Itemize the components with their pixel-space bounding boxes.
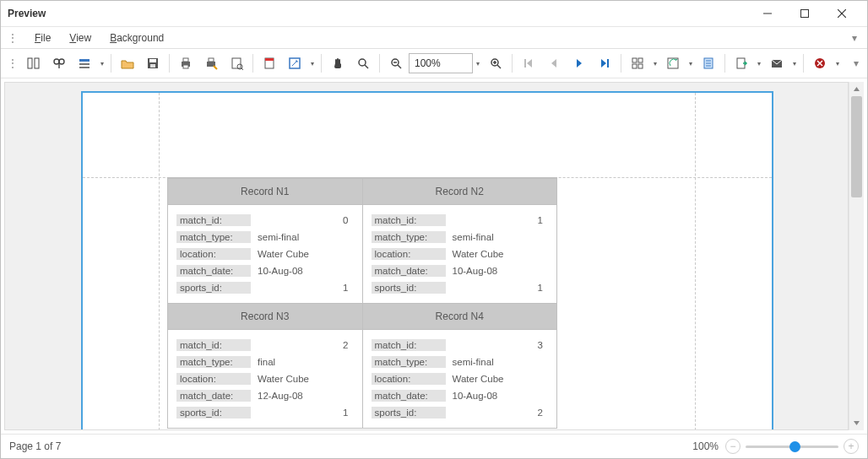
field-value: 2 xyxy=(446,408,549,418)
minimize-button[interactable] xyxy=(749,1,786,26)
svg-rect-4 xyxy=(28,58,32,68)
field-label: match_type: xyxy=(176,231,251,243)
zoom-out-small-button[interactable]: − xyxy=(725,439,741,454)
svg-rect-40 xyxy=(638,64,643,68)
field-label: sports_id: xyxy=(372,407,446,418)
send-dropdown[interactable]: ▾ xyxy=(789,60,800,68)
find-button[interactable] xyxy=(46,52,72,74)
scroll-thumb[interactable] xyxy=(851,96,862,197)
margin-guide xyxy=(159,93,160,430)
field-value: 1 xyxy=(251,283,354,293)
zoom-in-small-button[interactable]: + xyxy=(844,439,859,454)
print-button[interactable] xyxy=(173,52,198,74)
header-footer-button[interactable] xyxy=(257,52,282,74)
field-label: match_date: xyxy=(372,390,446,402)
magnifier-button[interactable] xyxy=(350,52,376,74)
open-button[interactable] xyxy=(115,52,140,74)
page: Record N1 match_id:0 match_type:semi-fin… xyxy=(81,91,773,430)
maximize-button[interactable] xyxy=(786,1,823,26)
svg-rect-9 xyxy=(79,59,90,62)
background-color-button[interactable] xyxy=(660,52,686,74)
menu-customize-icon[interactable]: ⋮ xyxy=(6,32,19,44)
multipage-button[interactable] xyxy=(625,52,650,74)
field-label: match_id: xyxy=(372,214,446,226)
close-preview-dropdown[interactable]: ▾ xyxy=(833,60,843,68)
scale-dropdown[interactable]: ▾ xyxy=(307,60,317,68)
page-setup-button[interactable] xyxy=(224,52,249,74)
svg-rect-5 xyxy=(35,58,39,68)
field-value: final xyxy=(251,357,354,367)
next-page-button[interactable] xyxy=(567,52,592,74)
svg-line-34 xyxy=(497,65,501,68)
background-color-dropdown[interactable]: ▾ xyxy=(686,60,696,68)
prev-page-button[interactable] xyxy=(541,52,567,74)
menu-view[interactable]: View xyxy=(66,30,95,46)
first-page-button[interactable] xyxy=(516,52,541,74)
menubar-overflow-icon[interactable]: ▾ xyxy=(847,32,862,44)
svg-rect-18 xyxy=(207,62,215,67)
vertical-scrollbar[interactable] xyxy=(849,82,864,430)
svg-rect-23 xyxy=(265,58,274,68)
svg-rect-14 xyxy=(150,64,155,68)
toolbar: ⋮ ▾ ▾ 100% ▾ ▾ ▾ xyxy=(1,49,867,78)
record-header: Record N4 xyxy=(363,303,557,330)
scroll-down-icon[interactable] xyxy=(849,416,864,430)
menu-file[interactable]: File xyxy=(31,30,54,46)
titlebar: Preview xyxy=(1,1,867,27)
hand-tool-button[interactable] xyxy=(325,52,350,74)
record-header: Record N2 xyxy=(363,178,557,205)
field-value: semi-final xyxy=(251,232,354,242)
last-page-button[interactable] xyxy=(592,52,617,74)
zoom-out-button[interactable] xyxy=(383,52,409,74)
field-label: sports_id: xyxy=(372,282,446,294)
field-value: semi-final xyxy=(446,232,549,242)
zoom-dropdown[interactable]: ▾ xyxy=(473,60,483,68)
svg-rect-19 xyxy=(209,58,214,62)
scroll-track[interactable] xyxy=(849,96,864,416)
customize-button[interactable] xyxy=(72,52,97,74)
toolbar-overflow-icon[interactable]: ▾ xyxy=(849,57,864,69)
field-value: Water Cube xyxy=(446,249,549,259)
svg-point-7 xyxy=(59,59,64,64)
zoom-slider-thumb[interactable] xyxy=(789,441,800,452)
zoom-input[interactable]: 100% xyxy=(409,53,473,73)
svg-rect-38 xyxy=(638,58,643,62)
field-label: sports_id: xyxy=(176,282,251,294)
svg-line-22 xyxy=(241,68,243,70)
export-button[interactable] xyxy=(729,52,754,74)
quick-print-button[interactable] xyxy=(198,52,224,74)
svg-line-30 xyxy=(398,65,401,68)
scale-button[interactable] xyxy=(282,52,307,74)
svg-point-21 xyxy=(237,64,242,69)
svg-line-3 xyxy=(838,9,846,18)
zoom-slider: − + xyxy=(725,439,859,454)
export-dropdown[interactable]: ▾ xyxy=(754,60,764,68)
zoom-in-button[interactable] xyxy=(483,52,508,74)
svg-rect-24 xyxy=(265,58,274,61)
watermark-button[interactable] xyxy=(696,52,721,74)
window-title: Preview xyxy=(8,8,46,19)
field-label: location: xyxy=(372,373,446,385)
save-button[interactable] xyxy=(140,52,165,74)
preview-window: Preview ⋮ File View Background ▾ ⋮ ▾ xyxy=(0,0,868,459)
statusbar: Page 1 of 7 100% − + xyxy=(1,434,867,458)
zoom-slider-track[interactable] xyxy=(746,446,838,448)
field-label: location: xyxy=(176,373,251,385)
field-label: match_id: xyxy=(176,339,251,351)
close-preview-button[interactable] xyxy=(807,52,833,74)
menu-background[interactable]: Background xyxy=(106,30,167,46)
field-value: 2 xyxy=(251,340,354,350)
scroll-up-icon[interactable] xyxy=(849,82,864,96)
svg-rect-15 xyxy=(182,62,190,67)
customize-dropdown[interactable]: ▾ xyxy=(97,60,107,68)
svg-rect-13 xyxy=(149,59,156,62)
send-button[interactable] xyxy=(764,52,789,74)
multipage-dropdown[interactable]: ▾ xyxy=(650,60,660,68)
field-label: match_type: xyxy=(372,231,446,243)
field-label: match_id: xyxy=(372,339,446,351)
thumbnails-button[interactable] xyxy=(21,52,46,74)
page-indicator: Page 1 of 7 xyxy=(9,440,61,452)
close-button[interactable] xyxy=(823,1,860,26)
document-viewport[interactable]: Record N1 match_id:0 match_type:semi-fin… xyxy=(4,82,849,430)
toolbar-customize-icon[interactable]: ⋮ xyxy=(4,57,21,69)
